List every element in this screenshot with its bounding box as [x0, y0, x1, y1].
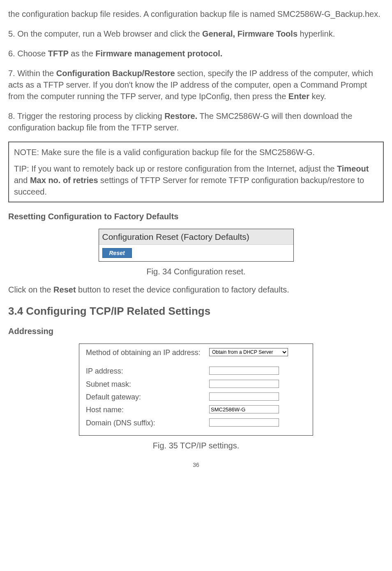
config-reset-title: Configuration Reset (Factory Defaults): [99, 229, 293, 245]
gateway-input[interactable]: [209, 392, 279, 401]
bold-text: Firmware management protocol.: [95, 49, 222, 58]
page-number: 36: [8, 461, 384, 469]
text: hyperlink.: [297, 29, 335, 38]
step-5: 5. On the computer, run a Web browser an…: [8, 28, 384, 39]
text: 8. Trigger the restoring process by clic…: [8, 111, 164, 121]
heading-section-3-4: 3.4 Configuring TCP/IP Related Settings: [8, 304, 384, 318]
label-method: Method of obtaining an IP address:: [86, 348, 209, 357]
text: button to reset the device configuration…: [76, 285, 289, 294]
note-box: NOTE: Make sure the file is a valid conf…: [8, 142, 384, 202]
bold-text: TFTP: [48, 49, 69, 58]
tcpip-row-domain: Domain (DNS suffix):: [86, 418, 306, 428]
text: TIP: If you want to remotely back up or …: [14, 164, 337, 173]
tcpip-row-ip: IP address:: [86, 367, 306, 376]
text: 7. Within the: [8, 69, 56, 78]
domain-input[interactable]: [209, 418, 279, 427]
paragraph-intro: the configuration backup file resides. A…: [8, 8, 384, 20]
figure-35-caption: Fig. 35 TCP/IP settings.: [153, 440, 239, 451]
heading-resetting: Resetting Configuration to Factory Defau…: [8, 211, 384, 222]
tcpip-panel: Method of obtaining an IP address: Obtai…: [79, 344, 313, 436]
bold-text: Configuration Backup/Restore: [56, 69, 175, 78]
figure-35: Method of obtaining an IP address: Obtai…: [8, 344, 384, 451]
label-host: Host name:: [86, 405, 209, 415]
bold-text: Timeout: [337, 164, 369, 173]
bold-text: Max no. of retries: [30, 176, 98, 185]
text: 5. On the computer, run a Web browser an…: [8, 29, 202, 38]
figure-34: Configuration Reset (Factory Defaults) R…: [8, 229, 384, 277]
step-8: 8. Trigger the restoring process by clic…: [8, 110, 384, 133]
figure-34-caption: Fig. 34 Configuration reset.: [146, 266, 245, 277]
config-reset-panel: Configuration Reset (Factory Defaults) R…: [99, 229, 294, 262]
tcpip-row-gateway: Default gateway:: [86, 392, 306, 402]
bold-text: Restore.: [164, 111, 197, 121]
tip-text: TIP: If you want to remotely back up or …: [14, 163, 378, 197]
text: Click on the: [8, 285, 53, 294]
step-6: 6. Choose TFTP as the Firmware managemen…: [8, 48, 384, 59]
tcpip-row-host: Host name:: [86, 405, 306, 415]
paragraph-click-reset: Click on the Reset button to reset the d…: [8, 284, 384, 295]
label-domain: Domain (DNS suffix):: [86, 418, 209, 428]
bold-text: Enter: [288, 92, 309, 101]
ip-input[interactable]: [209, 367, 279, 375]
text: key.: [309, 92, 326, 101]
step-7: 7. Within the Configuration Backup/Resto…: [8, 67, 384, 102]
label-subnet: Subnet mask:: [86, 380, 209, 389]
method-select[interactable]: Obtain from a DHCP Server: [209, 348, 288, 356]
subnet-input[interactable]: [209, 380, 279, 388]
bold-text: General, Firmware Tools: [202, 29, 297, 38]
bold-text: Reset: [53, 285, 76, 294]
reset-button[interactable]: Reset: [102, 248, 132, 258]
text: and: [14, 176, 30, 185]
reset-button-row: Reset: [99, 245, 293, 261]
tcpip-row-subnet: Subnet mask:: [86, 380, 306, 389]
tcpip-row-method: Method of obtaining an IP address: Obtai…: [86, 348, 306, 357]
text: as the: [69, 49, 96, 58]
text: 6. Choose: [8, 49, 48, 58]
host-input[interactable]: [209, 405, 279, 413]
label-gateway: Default gateway:: [86, 392, 209, 402]
note-text: NOTE: Make sure the file is a valid conf…: [14, 146, 378, 158]
heading-addressing: Addressing: [8, 325, 384, 337]
label-ip: IP address:: [86, 367, 209, 376]
